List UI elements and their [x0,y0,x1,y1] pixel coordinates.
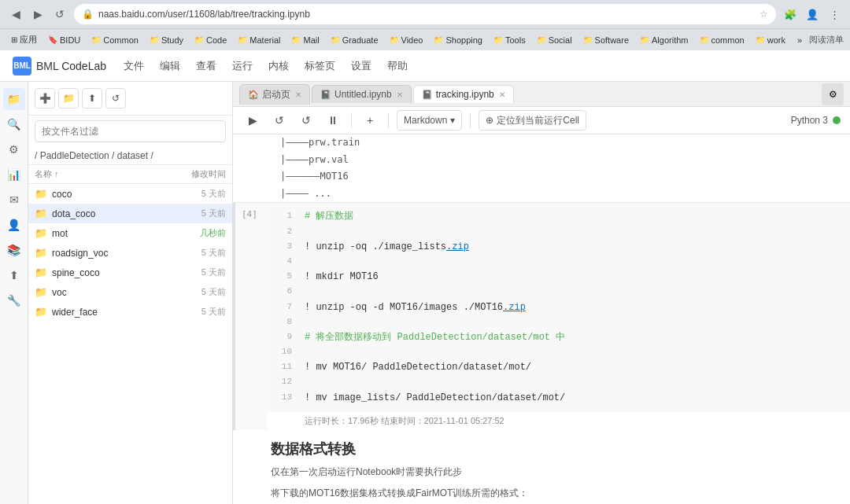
menu-settings[interactable]: 设置 [349,56,373,76]
bookmark-work[interactable]: 📁work [751,34,790,46]
code-content: ! unzip -oq -d MOT16/images ./MOT16.zip [305,300,526,315]
bookmark-software[interactable]: 📁Software [578,34,634,46]
file-search-input[interactable] [35,120,226,142]
app-title: BML CodeLab [36,60,106,72]
status-save: 正在保存 completed [501,501,574,504]
file-name: wider_face [52,307,98,318]
code-content [305,285,310,300]
file-name: coco [52,189,72,200]
restart-kernel-btn[interactable]: ↺ [269,110,290,131]
sidebar-upload-btn[interactable]: ⬆ [3,264,25,286]
bookmark-social-label: Social [549,35,572,45]
tab-launcher-close[interactable]: ✕ [295,90,301,99]
reload-button[interactable]: ↺ [50,5,69,24]
menu-run[interactable]: 运行 [231,56,254,76]
profile-button[interactable]: 👤 [803,5,822,24]
status-mode: 模式：Command [583,501,646,504]
folder-icon: 📁 [35,267,47,278]
list-item[interactable]: 📁 roadsign_voc 5 天前 [28,243,232,263]
bookmark-common2[interactable]: 📁common [695,34,749,46]
cell-4[interactable]: [4] 1 # 解压数据 2 3 ! unzip -oq [233,202,850,429]
bookmark-bidu[interactable]: 🔖BIDU [43,34,85,46]
prw-line4: |———— ... [280,186,850,203]
tab-launcher[interactable]: 🏠 启动页 ✕ [239,84,310,105]
menu-file[interactable]: 文件 [122,56,146,76]
dropdown-icon: ▾ [450,115,455,126]
menu-help[interactable]: 帮助 [386,56,409,76]
sidebar-data-btn[interactable]: 📊 [3,164,25,186]
new-folder-btn[interactable]: 📁 [58,88,79,109]
star-icon[interactable]: ☆ [759,9,768,20]
sidebar-library-btn[interactable]: 📚 [3,239,25,261]
sidebar-files-btn[interactable]: 📁 [3,88,25,110]
bookmark-apps[interactable]: ⊞应用 [6,32,42,47]
forward-button[interactable]: ▶ [28,5,47,24]
bookmark-study-label: Study [161,35,183,45]
add-cell-btn[interactable]: + [360,110,380,131]
bookmark-shopping[interactable]: 📁Shopping [429,34,487,46]
file-time: 5 天前 [201,247,226,259]
bookmark-graduate[interactable]: 📁Graduate [326,34,383,46]
tab-tracking-close[interactable]: ✕ [499,90,505,99]
menu-edit[interactable]: 编辑 [158,56,182,76]
sidebar-tools-btn[interactable]: 🔧 [3,289,25,311]
refresh-btn[interactable]: ↺ [296,110,316,131]
sidebar-user-btn[interactable]: 👤 [3,214,25,236]
content-area: 🏠 启动页 ✕ 📓 Untitled.ipynb ✕ 📓 tracking.ip… [233,82,850,504]
sidebar-mail-btn[interactable]: ✉ [3,189,25,211]
sidebar-search-btn[interactable]: 🔍 [3,113,25,135]
address-bar[interactable]: 🔒 naas.baidu.com/user/11608/lab/tree/tra… [74,4,776,24]
tab-untitled[interactable]: 📓 Untitled.ipynb ✕ [312,85,412,103]
bookmark-social[interactable]: 📁Social [532,34,577,46]
file-name: dota_coco [52,208,95,219]
sidebar-settings-btn[interactable]: ⚙ [3,138,25,160]
back-button[interactable]: ◀ [6,5,25,24]
bookmark-tools-label: Tools [505,35,526,45]
code-content: ! mkdir MOT16 [305,270,379,285]
locate-cell-btn[interactable]: ⊕ 定位到当前运行Cell [479,110,586,131]
cell-type-dropdown[interactable]: Markdown ▾ [397,110,462,131]
bookmark-code[interactable]: 📁Code [190,34,231,46]
upload-btn[interactable]: ⬆ [82,88,102,109]
extensions-button[interactable]: 🧩 [781,5,800,24]
menu-button[interactable]: ⋮ [825,5,844,24]
bookmark-common[interactable]: 📁Common [87,34,143,46]
list-item[interactable]: 📁 coco 5 天前 [28,184,232,204]
pause-btn[interactable]: ⏸ [323,110,343,131]
code-line-12: 12 [276,375,841,390]
file-name: mot [52,228,68,239]
list-item[interactable]: 📁 wider_face 5 天前 [28,302,232,322]
folder-icon: 📁 [35,247,47,259]
bookmark-material[interactable]: 📁Material [233,34,285,46]
settings-gear-btn[interactable]: ⚙ [822,83,844,105]
tab-untitled-close[interactable]: ✕ [397,90,403,99]
list-item[interactable]: 📁 spine_coco 5 天前 [28,263,232,282]
status-right: 正在保存 completed 模式：Command 行 1，列 1 tracki… [501,501,842,504]
file-search [35,120,226,142]
list-item[interactable]: 📁 mot 几秒前 [28,223,232,243]
reading-list[interactable]: 阅读清单 [809,34,844,46]
list-item[interactable]: 📁 dota_coco 5 天前 [28,204,232,223]
refresh-files-btn[interactable]: ↺ [105,88,126,109]
tab-tracking-icon: 📓 [422,90,433,100]
prw-line2: |————prw.val [280,152,850,169]
new-file-btn[interactable]: ➕ [35,88,55,109]
code-content [305,225,310,240]
menu-tabs[interactable]: 标签页 [303,56,337,76]
bookmark-mail[interactable]: 📁Mail [286,34,323,46]
menu-view[interactable]: 查看 [194,56,218,76]
bookmark-algorithm[interactable]: 📁Algorithm [635,34,693,46]
tab-tracking[interactable]: 📓 tracking.ipynb ✕ [413,85,514,103]
run-cell-btn[interactable]: ▶ [242,110,263,131]
bookmark-tools[interactable]: 📁Tools [489,34,530,46]
tab-launcher-icon: 🏠 [248,90,259,100]
bookmark-video[interactable]: 📁Video [385,34,428,46]
tabs-bar: 🏠 启动页 ✕ 📓 Untitled.ipynb ✕ 📓 tracking.ip… [233,82,850,107]
code-content: ! unzip -oq ./image_lists.zip [305,240,469,255]
code-content: # 解压数据 [305,209,353,224]
bookmarks-more[interactable]: » [793,34,807,46]
list-item[interactable]: 📁 voc 5 天前 [28,282,232,302]
bookmark-study[interactable]: 📁Study [145,34,188,46]
notebook-content[interactable]: |————prw.train |————prw.val |——————MOT16… [233,134,850,504]
menu-kernel[interactable]: 内核 [267,56,290,76]
